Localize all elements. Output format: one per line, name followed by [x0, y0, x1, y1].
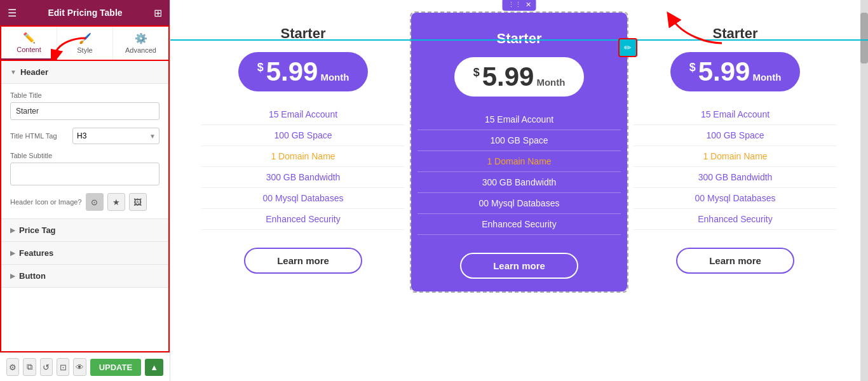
button-label: Button — [19, 271, 46, 281]
price-badge-3: $ 5.99 Month — [670, 52, 801, 91]
scrollbar-thumb[interactable] — [860, 13, 868, 64]
feature-2-6: Enhanced Security — [417, 214, 621, 235]
table-title-label: Table Title — [10, 91, 159, 99]
top-bar: ☰ Edit Pricing Table ⊞ — [0, 0, 170, 25]
price-badge-2: $ 5.99 Month — [454, 57, 585, 97]
table-title-input[interactable] — [10, 102, 159, 120]
responsive-icon-btn[interactable]: ⊡ — [57, 358, 69, 376]
feature-2-1: 15 Email Account — [417, 109, 621, 130]
bottom-bar: ⚙ ⧉ ↺ ⊡ 👁 UPDATE ▲ — [0, 352, 170, 381]
learn-more-btn-1[interactable]: Learn more — [244, 248, 362, 274]
feature-1-3: 1 Domain Name — [201, 146, 405, 167]
icon-btn-circle[interactable]: ⊙ — [86, 193, 104, 211]
button-section[interactable]: ▶ Button — [1, 265, 168, 288]
feature-2-3: 1 Domain Name — [417, 151, 621, 172]
learn-more-btn-2[interactable]: Learn more — [460, 253, 578, 279]
title-tag-label: Title HTML Tag — [10, 132, 67, 140]
plan-title-1: Starter — [281, 25, 326, 42]
features-list-3: 15 Email Account 100 GB Space 1 Domain N… — [634, 104, 837, 230]
pencil-icon: ✏ — [624, 43, 632, 53]
price-tag-label: Price Tag — [19, 225, 56, 235]
middle-col-wrapper: ⋮⋮ ✕ ✏ Starter $ 5.99 Month 15 Email Acc… — [411, 13, 627, 291]
layers-icon-btn[interactable]: ⧉ — [23, 358, 36, 376]
features-arrow: ▶ — [10, 250, 15, 257]
scrollbar-track — [860, 0, 868, 381]
update-button[interactable]: UPDATE — [90, 359, 141, 376]
title-tag-row: Title HTML Tag H3 H1 H2 H4 H5 H6 ▼ — [10, 128, 159, 144]
plan-title-3: Starter — [713, 25, 758, 42]
price-tag-arrow: ▶ — [10, 227, 15, 234]
feature-1-6: Enhanced Security — [201, 209, 405, 230]
header-section-body: Table Title Title HTML Tag H3 H1 H2 H4 H… — [1, 84, 168, 219]
feature-2-5: 00 Mysql Databases — [417, 193, 621, 214]
feature-3-1: 15 Email Account — [634, 104, 837, 125]
features-section[interactable]: ▶ Features — [1, 242, 168, 265]
col-close-icon[interactable]: ✕ — [526, 1, 531, 9]
icon-image-row: Header Icon or Image? ⊙ ★ 🖼 — [10, 193, 159, 211]
icon-image-label: Header Icon or Image? — [10, 198, 82, 206]
header-section-label: Header — [20, 67, 48, 77]
button-arrow: ▶ — [10, 272, 15, 279]
col-handle-icon[interactable]: ⋮⋮ — [508, 1, 522, 9]
tab-style-label: Style — [77, 46, 92, 54]
price-tag-section[interactable]: ▶ Price Tag — [1, 219, 168, 242]
icon-btn-image[interactable]: 🖼 — [129, 193, 147, 211]
subtitle-label: Table Subtitle — [10, 152, 159, 159]
feature-3-4: 300 GB Bandwidth — [634, 167, 837, 188]
update-arrow-button[interactable]: ▲ — [145, 359, 163, 376]
tab-content[interactable]: ✏️ Content — [1, 27, 57, 60]
feature-1-5: 00 Mysql Databases — [201, 188, 405, 209]
icon-btn-star[interactable]: ★ — [107, 193, 125, 211]
grid-icon[interactable]: ⊞ — [154, 7, 162, 19]
feature-1-1: 15 Email Account — [201, 104, 405, 125]
features-list-1: 15 Email Account 100 GB Space 1 Domain N… — [201, 104, 405, 230]
eye-icon-btn[interactable]: 👁 — [73, 358, 86, 376]
learn-more-btn-3[interactable]: Learn more — [676, 248, 794, 274]
panel-title: Edit Pricing Table — [48, 8, 122, 18]
amount-1: 5.99 — [266, 58, 318, 85]
left-panel: ☰ Edit Pricing Table ⊞ ✏️ Content 🖌️ Sty… — [0, 0, 170, 381]
header-section-toggle[interactable]: ▼ Header — [1, 61, 168, 84]
pricing-col-1: Starter $ 5.99 Month 15 Email Account 10… — [195, 13, 411, 286]
pricing-area: Starter $ 5.99 Month 15 Email Account 10… — [170, 0, 868, 291]
style-tab-icon: 🖌️ — [79, 32, 92, 44]
title-tag-select-wrap: H3 H1 H2 H4 H5 H6 ▼ — [72, 128, 159, 144]
feature-3-2: 100 GB Space — [634, 125, 837, 146]
pricing-col-2: Starter $ 5.99 Month 15 Email Account 10… — [411, 13, 627, 291]
feature-3-6: Enhanced Security — [634, 209, 837, 230]
features-label: Features — [19, 248, 53, 258]
dollar-1: $ — [257, 61, 264, 74]
right-area: Starter $ 5.99 Month 15 Email Account 10… — [170, 0, 868, 381]
pricing-col-3: Starter $ 5.99 Month 15 Email Account 10… — [627, 13, 843, 286]
plan-title-2: Starter — [497, 30, 542, 47]
period-3: Month — [752, 72, 781, 83]
tab-content-label: Content — [17, 46, 41, 53]
tab-style[interactable]: 🖌️ Style — [57, 27, 113, 60]
feature-3-3: 1 Domain Name — [634, 146, 837, 167]
col-toolbar: ⋮⋮ ✕ — [503, 0, 536, 11]
feature-2-2: 100 GB Space — [417, 130, 621, 151]
settings-icon-btn[interactable]: ⚙ — [6, 358, 19, 376]
subtitle-input[interactable] — [10, 163, 159, 185]
tabs-row: ✏️ Content 🖌️ Style ⚙️ Advanced — [0, 25, 170, 61]
content-tab-icon: ✏️ — [23, 32, 36, 44]
hamburger-icon[interactable]: ☰ — [8, 7, 17, 19]
period-2: Month — [536, 77, 565, 88]
title-tag-select[interactable]: H3 H1 H2 H4 H5 H6 — [72, 128, 159, 144]
dollar-3: $ — [689, 61, 696, 74]
amount-2: 5.99 — [482, 64, 534, 90]
panel-content: ▼ Header Table Title Title HTML Tag H3 H… — [0, 61, 170, 352]
feature-1-2: 100 GB Space — [201, 125, 405, 146]
edit-icon-box[interactable]: ✏ — [618, 38, 637, 57]
features-list-2: 15 Email Account 100 GB Space 1 Domain N… — [417, 109, 621, 235]
dollar-2: $ — [473, 66, 480, 79]
advanced-tab-icon: ⚙️ — [135, 32, 147, 44]
tab-advanced-label: Advanced — [125, 46, 156, 54]
feature-1-4: 300 GB Bandwidth — [201, 167, 405, 188]
feature-2-4: 300 GB Bandwidth — [417, 172, 621, 193]
price-badge-1: $ 5.99 Month — [238, 52, 369, 91]
tab-advanced[interactable]: ⚙️ Advanced — [113, 27, 168, 60]
feature-3-5: 00 Mysql Databases — [634, 188, 837, 209]
history-icon-btn[interactable]: ↺ — [40, 358, 53, 376]
amount-3: 5.99 — [698, 58, 750, 85]
